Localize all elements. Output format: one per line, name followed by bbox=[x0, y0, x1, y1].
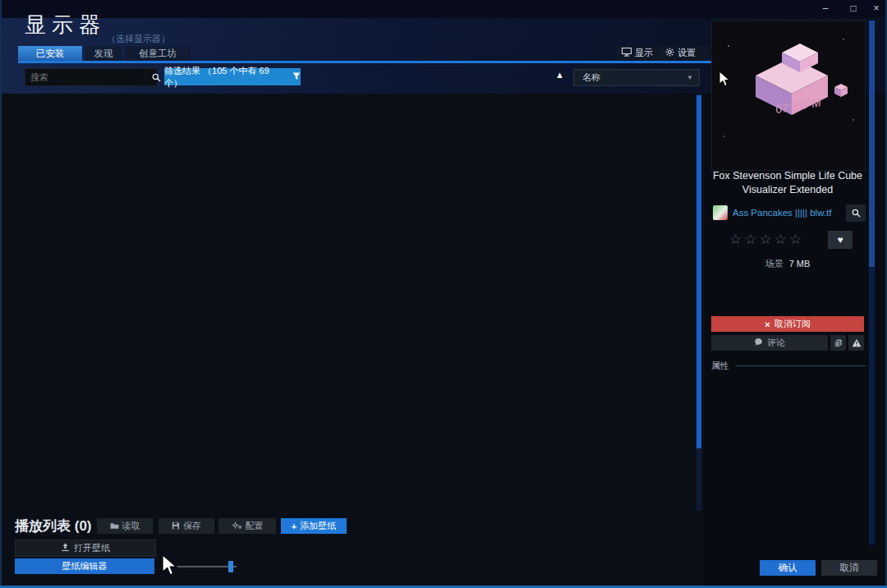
title-bar: – □ × bbox=[0, 0, 887, 18]
properties-header: 属性 bbox=[711, 360, 866, 372]
grid-scrollbar[interactable] bbox=[696, 94, 701, 511]
wallpaper-preview: 07:21PM bbox=[711, 21, 866, 171]
playlist-save-button[interactable]: 保存 bbox=[159, 518, 214, 534]
sidebar-scrollbar[interactable] bbox=[869, 21, 875, 544]
size-label: 7 MB bbox=[789, 259, 811, 269]
wallpaper-engine-window: – □ × 显示器 （选择显示器） 显示 设置 已安装 发现 创意工坊 筛选结果… bbox=[0, 0, 887, 588]
close-button[interactable]: × bbox=[866, 2, 887, 16]
minimize-button[interactable]: – bbox=[815, 2, 836, 16]
grid-scrollbar-thumb[interactable] bbox=[696, 95, 701, 448]
chevron-down-icon: ▼ bbox=[687, 74, 699, 81]
report-warning-button[interactable] bbox=[848, 335, 864, 351]
search-icon bbox=[152, 73, 165, 82]
tab-discover[interactable]: 发现 bbox=[85, 46, 122, 61]
slider-thumb[interactable] bbox=[228, 561, 233, 572]
close-icon: × bbox=[765, 319, 770, 329]
warning-icon bbox=[852, 338, 862, 347]
page-title: 显示器 bbox=[25, 11, 106, 39]
playlist-title: 播放列表 (0) bbox=[15, 517, 92, 535]
favorite-heart-button[interactable]: ♥ bbox=[828, 231, 853, 249]
comments-button[interactable]: 评论 bbox=[711, 335, 828, 351]
tab-underline bbox=[18, 61, 731, 63]
gear-icon bbox=[665, 48, 674, 58]
wallpaper-grid bbox=[25, 82, 696, 512]
maximize-button[interactable]: □ bbox=[843, 2, 864, 16]
window-border-left bbox=[0, 0, 2, 588]
sort-ascending-icon[interactable]: ▲ bbox=[555, 70, 564, 80]
monitor-selector-link[interactable]: （选择显示器） bbox=[107, 33, 170, 45]
save-icon bbox=[172, 521, 180, 531]
upload-icon bbox=[61, 543, 70, 554]
display-button[interactable]: 显示 bbox=[617, 46, 666, 60]
sidebar-scrollbar-thumb[interactable] bbox=[869, 21, 875, 267]
folder-icon bbox=[110, 521, 119, 531]
monitor-icon bbox=[622, 48, 632, 58]
wallpaper-editor-button[interactable]: 壁纸编辑器 bbox=[15, 558, 154, 574]
type-label: 场景 bbox=[765, 259, 784, 269]
author-avatar[interactable] bbox=[713, 205, 728, 220]
wallpaper-title: Fox Stevenson Simple Life Cube Visualize… bbox=[705, 169, 871, 197]
playlist-config-button[interactable]: 配置 bbox=[218, 518, 276, 534]
search-icon bbox=[852, 209, 861, 218]
wallpaper-meta: 场景 7 MB bbox=[705, 258, 871, 270]
filter-funnel-icon bbox=[292, 72, 301, 82]
cancel-button[interactable]: 取消 bbox=[821, 560, 877, 576]
thumbnail-size-slider[interactable] bbox=[174, 561, 237, 572]
chat-bubble-icon bbox=[754, 338, 763, 348]
copy-icon bbox=[834, 338, 843, 348]
unsubscribe-button[interactable]: × 取消订阅 bbox=[711, 316, 864, 332]
open-wallpaper-button[interactable]: 打开壁纸 bbox=[15, 540, 156, 557]
settings-button[interactable]: 设置 bbox=[660, 46, 710, 60]
search-input[interactable] bbox=[25, 72, 152, 82]
author-link[interactable]: Ass Pancakes ||||| blw.tf bbox=[733, 208, 846, 218]
plus-icon: + bbox=[292, 521, 296, 531]
tab-workshop[interactable]: 创意工坊 bbox=[125, 46, 191, 61]
search-author-button[interactable] bbox=[846, 204, 866, 222]
tab-installed[interactable]: 已安装 bbox=[18, 46, 82, 61]
gears-icon bbox=[232, 521, 242, 531]
playlist-add-wallpaper-button[interactable]: + 添加壁纸 bbox=[281, 518, 347, 534]
copy-button[interactable] bbox=[830, 335, 846, 351]
rating-stars[interactable]: ☆☆☆☆☆ bbox=[729, 231, 804, 249]
playlist-load-button[interactable]: 读取 bbox=[97, 518, 153, 534]
confirm-button[interactable]: 确认 bbox=[760, 560, 816, 576]
